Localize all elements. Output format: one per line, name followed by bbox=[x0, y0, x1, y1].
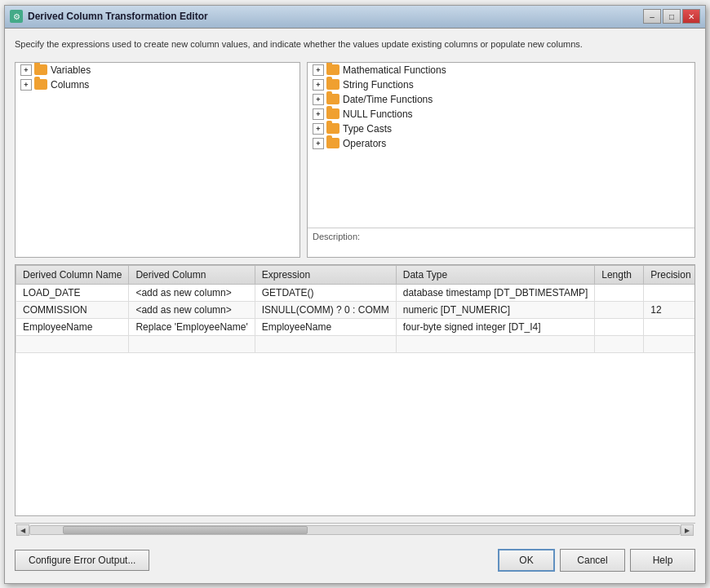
minimize-button[interactable]: – bbox=[643, 9, 661, 24]
variables-folder-icon bbox=[34, 64, 47, 75]
row2-expression: ISNULL(COMM) ? 0 : COMM bbox=[255, 301, 396, 318]
operators-expand-icon[interactable]: + bbox=[313, 138, 324, 149]
maximize-button[interactable]: □ bbox=[663, 9, 681, 24]
table-row[interactable]: COMMISSION <add as new column> ISNULL(CO… bbox=[16, 301, 696, 318]
functions-tree-area[interactable]: + Mathematical Functions + String Functi… bbox=[308, 63, 694, 228]
row1-length bbox=[595, 284, 644, 301]
string-functions-label: String Functions bbox=[343, 79, 414, 91]
row1-datatype: database timestamp [DT_DBTIMESTAMP] bbox=[396, 284, 595, 301]
description-label: Description: bbox=[313, 232, 360, 241]
typecasts-folder-icon bbox=[326, 123, 339, 134]
columns-label: Columns bbox=[51, 79, 89, 91]
titlebar-buttons: – □ ✕ bbox=[643, 9, 700, 24]
operators-folder-icon bbox=[326, 138, 339, 148]
derived-columns-table: Derived Column Name Derived Column Expre… bbox=[16, 265, 695, 353]
ok-button[interactable]: OK bbox=[498, 549, 555, 572]
cancel-button[interactable]: Cancel bbox=[560, 549, 625, 572]
help-button[interactable]: Help bbox=[630, 549, 695, 572]
window-content: Specify the expressions used to create n… bbox=[5, 29, 705, 583]
col-header-expression: Expression bbox=[255, 265, 396, 284]
row2-derived: <add as new column> bbox=[129, 301, 255, 318]
scrollbar-thumb[interactable] bbox=[63, 526, 308, 534]
row2-precision: 12 bbox=[644, 301, 695, 318]
datetime-folder-icon bbox=[326, 94, 339, 104]
row3-name: EmployeeName bbox=[16, 318, 129, 335]
col-header-precision: Precision bbox=[644, 265, 695, 284]
window-title: Derived Column Transformation Editor bbox=[28, 11, 643, 22]
configure-error-button[interactable]: Configure Error Output... bbox=[15, 550, 149, 571]
row1-name: LOAD_DATE bbox=[16, 284, 129, 301]
row2-datatype: numeric [DT_NUMERIC] bbox=[396, 301, 595, 318]
row2-length bbox=[595, 301, 644, 318]
data-table-area[interactable]: Derived Column Name Derived Column Expre… bbox=[15, 264, 695, 516]
datetime-functions-label: Date/Time Functions bbox=[343, 94, 433, 105]
variables-label: Variables bbox=[51, 64, 91, 76]
panels-row: + Variables + Columns + Mathematical Fun… bbox=[15, 62, 695, 258]
null-functions-item[interactable]: + NULL Functions bbox=[308, 107, 694, 122]
col-header-name: Derived Column Name bbox=[16, 265, 129, 284]
row3-datatype: four-byte signed integer [DT_I4] bbox=[396, 318, 595, 335]
empty-cell bbox=[16, 335, 129, 352]
math-expand-icon[interactable]: + bbox=[313, 64, 324, 76]
columns-tree-item[interactable]: + Columns bbox=[16, 77, 300, 92]
variables-tree-item[interactable]: + Variables bbox=[16, 63, 300, 77]
columns-expand-icon[interactable]: + bbox=[20, 79, 32, 91]
row1-derived: <add as new column> bbox=[129, 284, 255, 301]
horizontal-scrollbar[interactable] bbox=[29, 525, 681, 535]
row3-derived: Replace 'EmployeeName' bbox=[129, 318, 255, 335]
row1-expression: GETDATE() bbox=[255, 284, 396, 301]
math-functions-label: Mathematical Functions bbox=[343, 64, 446, 76]
type-casts-item[interactable]: + Type Casts bbox=[308, 122, 694, 136]
row2-name: COMMISSION bbox=[16, 301, 129, 318]
math-folder-icon bbox=[326, 64, 339, 75]
string-folder-icon bbox=[326, 79, 339, 90]
bottom-buttons: Configure Error Output... OK Cancel Help bbox=[15, 544, 695, 573]
null-functions-label: NULL Functions bbox=[343, 108, 413, 120]
horizontal-scrollbar-area: ◀ ▶ bbox=[15, 523, 695, 537]
string-expand-icon[interactable]: + bbox=[313, 79, 324, 91]
scroll-left-button[interactable]: ◀ bbox=[16, 524, 29, 536]
type-casts-label: Type Casts bbox=[343, 123, 392, 135]
window-icon: ⚙ bbox=[10, 10, 23, 23]
description-area: Description: bbox=[308, 228, 694, 257]
row3-expression: EmployeeName bbox=[255, 318, 396, 335]
right-panel[interactable]: + Mathematical Functions + String Functi… bbox=[307, 62, 695, 258]
string-functions-item[interactable]: + String Functions bbox=[308, 77, 694, 92]
typecasts-expand-icon[interactable]: + bbox=[313, 123, 324, 135]
col-header-datatype: Data Type bbox=[396, 265, 595, 284]
left-panel[interactable]: + Variables + Columns bbox=[15, 62, 300, 258]
col-header-length: Length bbox=[595, 265, 644, 284]
math-functions-item[interactable]: + Mathematical Functions bbox=[308, 63, 694, 77]
null-expand-icon[interactable]: + bbox=[313, 108, 324, 120]
titlebar: ⚙ Derived Column Transformation Editor –… bbox=[5, 6, 705, 29]
col-header-derived: Derived Column bbox=[129, 265, 255, 284]
table-row[interactable]: EmployeeName Replace 'EmployeeName' Empl… bbox=[16, 318, 696, 335]
table-row[interactable]: LOAD_DATE <add as new column> GETDATE() … bbox=[16, 284, 696, 301]
scroll-right-button[interactable]: ▶ bbox=[681, 524, 694, 536]
description-text: Specify the expressions used to create n… bbox=[15, 38, 695, 55]
close-button[interactable]: ✕ bbox=[682, 9, 700, 24]
operators-item[interactable]: + Operators bbox=[308, 136, 694, 151]
right-buttons-group: OK Cancel Help bbox=[498, 549, 695, 572]
operators-label: Operators bbox=[343, 138, 386, 149]
main-window: ⚙ Derived Column Transformation Editor –… bbox=[4, 5, 706, 584]
row1-precision bbox=[644, 284, 695, 301]
columns-folder-icon bbox=[34, 79, 47, 90]
datetime-expand-icon[interactable]: + bbox=[313, 94, 324, 105]
null-folder-icon bbox=[326, 108, 339, 119]
row3-length bbox=[595, 318, 644, 335]
row3-precision bbox=[644, 318, 695, 335]
table-header-row: Derived Column Name Derived Column Expre… bbox=[16, 265, 696, 284]
datetime-functions-item[interactable]: + Date/Time Functions bbox=[308, 92, 694, 107]
variables-expand-icon[interactable]: + bbox=[20, 64, 32, 76]
table-row-empty[interactable] bbox=[16, 335, 696, 352]
